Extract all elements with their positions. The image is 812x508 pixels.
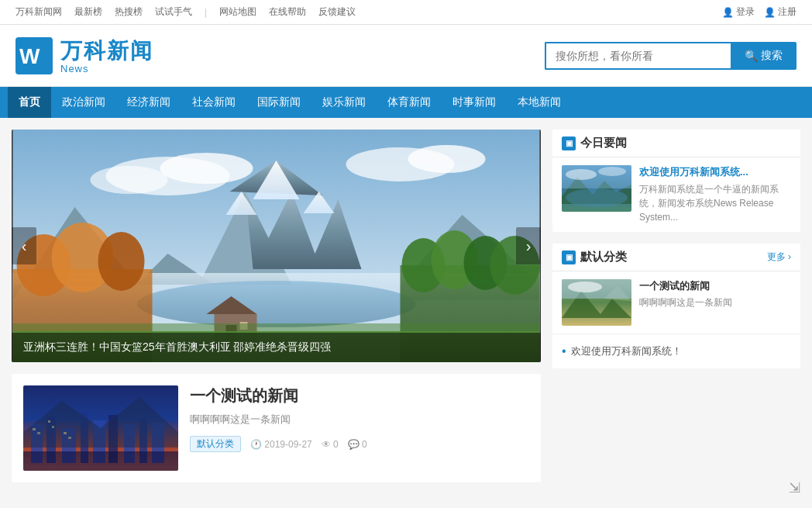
svg-point-21 [98, 232, 145, 291]
today-news-header: ▣ 今日要闻 [552, 130, 800, 157]
news-card-image-svg [23, 385, 178, 471]
news-card-meta: 默认分类 🕐 2019-09-27 👁 0 💬 0 [190, 436, 529, 452]
today-news-title: 今日要闻 [580, 136, 627, 150]
category-news-item: 一个测试的新闻 啊啊啊啊这是一条新闻 [552, 271, 800, 334]
nav-item-entertainment[interactable]: 娱乐新闻 [311, 87, 377, 118]
category-header-left: ▣ 默认分类 [562, 250, 627, 264]
topbar-link-feedback[interactable]: 反馈建议 [318, 5, 356, 19]
category-news-item-title[interactable]: 一个测试的新闻 [639, 279, 791, 293]
news-views: 👁 0 [322, 439, 339, 450]
category-news-image-svg [562, 279, 631, 326]
nav-item-sports[interactable]: 体育新闻 [377, 87, 442, 118]
carousel-image [12, 130, 541, 362]
topbar-auth: 👤 登录 👤 注册 [722, 5, 797, 19]
nav-item-current-affairs[interactable]: 时事新闻 [442, 87, 507, 118]
today-news-image [562, 165, 631, 212]
topbar-links: 万科新闻网 最新榜 热搜榜 试试手气 | 网站地图 在线帮助 反馈建议 [15, 5, 356, 19]
carousel-prev-button[interactable]: ‹ [12, 227, 36, 264]
sidebar-list-item: • 欢迎使用万科新闻系统！ [562, 340, 791, 362]
today-news-image-svg [562, 165, 631, 212]
comment-icon: 💬 [348, 439, 360, 450]
search-area: 🔍 搜索 [545, 42, 797, 70]
svg-point-55 [566, 169, 597, 180]
carousel-caption: 亚洲杯三连胜！中国女篮25年首胜澳大利亚 邵婷准绝杀晋级四强 [12, 333, 541, 362]
corner-icon[interactable]: ⇲ [789, 479, 800, 494]
svg-text:W: W [19, 44, 40, 68]
category-news-body: 一个测试的新闻 啊啊啊啊这是一条新闻 [639, 279, 791, 326]
news-card-image [23, 385, 178, 471]
topbar-link-lucky[interactable]: 试试手气 [155, 5, 192, 19]
category-icon-box: ▣ [562, 251, 576, 264]
register-link[interactable]: 👤 注册 [764, 5, 797, 19]
search-icon: 🔍 [745, 50, 758, 62]
search-button[interactable]: 🔍 搜索 [731, 42, 797, 70]
topbar-link-home[interactable]: 万科新闻网 [15, 5, 62, 19]
nav-item-society[interactable]: 社会新闻 [181, 87, 246, 118]
svg-point-7 [408, 145, 486, 173]
topbar-link-hot[interactable]: 热搜榜 [115, 5, 143, 19]
search-input[interactable] [545, 42, 731, 70]
today-news-item-title[interactable]: 欢迎使用万科新闻系统... [639, 165, 791, 179]
login-link[interactable]: 👤 登录 [722, 5, 755, 19]
svg-point-5 [91, 166, 168, 194]
svg-point-56 [598, 167, 626, 176]
nav-item-economy[interactable]: 经济新闻 [116, 87, 181, 118]
category-title: 默认分类 [580, 250, 627, 264]
main-nav: 首页 政治新闻 经济新闻 社会新闻 国际新闻 娱乐新闻 体育新闻 时事新闻 本地… [0, 87, 812, 118]
today-news-section: ▣ 今日要闻 [552, 130, 800, 232]
today-news-header-left: ▣ 今日要闻 [562, 136, 627, 150]
topbar-link-sitemap[interactable]: 网站地图 [219, 5, 256, 19]
category-news-item-desc: 啊啊啊啊这是一条新闻 [639, 296, 791, 309]
today-icon: ▣ [566, 139, 573, 147]
news-tag[interactable]: 默认分类 [190, 436, 241, 452]
news-comments: 💬 0 [348, 439, 367, 450]
svg-point-4 [160, 153, 253, 184]
news-card: 一个测试的新闻 啊啊啊啊这是一条新闻 默认分类 🕐 2019-09-27 👁 0… [12, 374, 541, 482]
category-section: ▣ 默认分类 更多 › [552, 244, 800, 368]
today-news-item-desc: 万科新闻系统是一个牛逼的新闻系统，新闻发布系统News Release Syst… [639, 182, 791, 224]
logo-area: W 万科新闻 News [15, 36, 153, 74]
nav-item-politics[interactable]: 政治新闻 [51, 87, 116, 118]
today-news-item: 欢迎使用万科新闻系统... 万科新闻系统是一个牛逼的新闻系统，新闻发布系统New… [552, 157, 800, 232]
news-card-body: 一个测试的新闻 啊啊啊啊这是一条新闻 默认分类 🕐 2019-09-27 👁 0… [190, 385, 529, 471]
today-news-icon-box: ▣ [562, 137, 576, 150]
category-header: ▣ 默认分类 更多 › [552, 244, 800, 271]
topbar-link-latest[interactable]: 最新榜 [74, 5, 102, 19]
topbar: 万科新闻网 最新榜 热搜榜 试试手气 | 网站地图 在线帮助 反馈建议 👤 登录… [0, 0, 812, 25]
topbar-divider: | [205, 7, 207, 18]
nav-item-local[interactable]: 本地新闻 [507, 87, 572, 118]
news-date: 🕐 2019-09-27 [250, 439, 312, 450]
clock-icon: 🕐 [250, 439, 262, 450]
news-card-title[interactable]: 一个测试的新闻 [190, 385, 529, 406]
carousel: ‹ › 亚洲杯三连胜！中国女篮25年首胜澳大利亚 邵婷准绝杀晋级四强 [12, 130, 541, 362]
logo-icon: W [15, 37, 53, 74]
svg-point-53 [566, 188, 628, 207]
list-bullet: • [562, 344, 566, 358]
nav-item-home[interactable]: 首页 [8, 87, 51, 118]
left-column: ‹ › 亚洲杯三连胜！中国女篮25年首胜澳大利亚 邵婷准绝杀晋级四强 [12, 130, 541, 482]
register-icon: 👤 [764, 7, 776, 18]
topbar-link-help[interactable]: 在线帮助 [269, 5, 306, 19]
right-column: ▣ 今日要闻 [552, 130, 800, 482]
logo-chinese: 万科新闻 [60, 36, 153, 66]
eye-icon: 👁 [322, 439, 331, 450]
svg-point-61 [568, 282, 602, 292]
category-news-image [562, 279, 631, 326]
svg-rect-49 [23, 451, 178, 471]
svg-point-17 [137, 281, 416, 327]
news-card-desc: 啊啊啊啊这是一条新闻 [190, 413, 529, 427]
nav-item-international[interactable]: 国际新闻 [246, 87, 311, 118]
today-news-body: 欢迎使用万科新闻系统... 万科新闻系统是一个牛逼的新闻系统，新闻发布系统New… [639, 165, 791, 224]
sidebar-list: • 欢迎使用万科新闻系统！ [552, 334, 800, 368]
category-more-link[interactable]: 更多 › [767, 251, 791, 264]
header: W 万科新闻 News 🔍 搜索 [0, 25, 812, 87]
category-icon: ▣ [566, 253, 573, 261]
main-content: ‹ › 亚洲杯三连胜！中国女篮25年首胜澳大利亚 邵婷准绝杀晋级四强 [0, 118, 812, 494]
carousel-next-button[interactable]: › [516, 227, 541, 264]
user-icon: 👤 [722, 7, 734, 18]
logo-text-area: 万科新闻 News [60, 36, 153, 74]
